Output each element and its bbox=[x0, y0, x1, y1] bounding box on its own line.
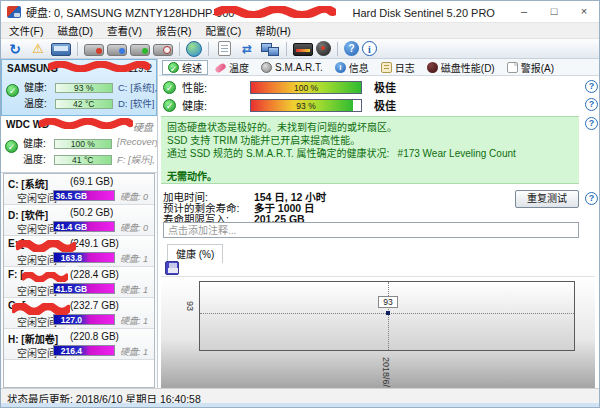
network-globe-icon[interactable] bbox=[186, 41, 202, 57]
help-icon[interactable] bbox=[344, 41, 359, 56]
menu-config[interactable]: 配置(C) bbox=[206, 23, 242, 38]
toolbar bbox=[1, 39, 599, 59]
toolbar-separator bbox=[337, 42, 338, 56]
report-document-icon[interactable] bbox=[218, 41, 231, 56]
disk-partitions-1: C: [系统], bbox=[118, 80, 158, 94]
minimize-button[interactable]: – bbox=[509, 1, 539, 23]
disk-ok-icon bbox=[6, 84, 19, 97]
tab-disk-performance[interactable]: 磁盘性能(D) bbox=[422, 60, 500, 75]
information-icon bbox=[335, 62, 346, 73]
problem-report-icon[interactable] bbox=[28, 41, 48, 57]
status-message-line: SSD 支持 TRIM 功能并已开启来提高性能。 bbox=[167, 134, 573, 147]
tab-alerts[interactable]: 警报(A) bbox=[502, 60, 559, 75]
network-computers-icon[interactable] bbox=[260, 41, 280, 57]
partition-disk-index: 硬盘: 1 bbox=[120, 252, 148, 265]
alert-page-icon bbox=[507, 62, 518, 73]
help-question-icon[interactable]: ? bbox=[585, 98, 598, 111]
health-gauge: 93 % bbox=[55, 83, 113, 93]
health-value: 93 % bbox=[251, 100, 361, 111]
overview-panel: 综述 温度 S.M.A.R.T. 信息 日志 磁盘性能(D) 警报(A) 性能:… bbox=[159, 59, 600, 390]
remove-disk-icon[interactable] bbox=[107, 44, 127, 56]
app-icon bbox=[7, 6, 21, 18]
free-space-bar: 127.0 GB bbox=[53, 314, 115, 325]
menu-help[interactable]: 帮助(H) bbox=[255, 23, 291, 38]
tab-label: 信息 bbox=[349, 60, 369, 75]
tab-temperature[interactable]: 温度 bbox=[210, 60, 254, 75]
tab-label: 综述 bbox=[182, 60, 202, 75]
partition-size: (232.7 GB) bbox=[70, 300, 119, 311]
partition-size: (220.8 GB) bbox=[70, 331, 119, 342]
disk-ok-icon bbox=[5, 140, 18, 153]
health-status: 极佳 bbox=[374, 97, 396, 113]
refresh-icon[interactable] bbox=[5, 41, 25, 57]
detect-disk-icon[interactable] bbox=[84, 44, 104, 56]
chart-plot-area: 93 bbox=[199, 281, 575, 351]
performance-monitor-icon[interactable] bbox=[293, 43, 313, 56]
partition-disk-index: 硬盘: 0 bbox=[120, 221, 148, 234]
free-space-value: 36.5 GB bbox=[54, 191, 89, 201]
free-space-bar: 41.5 GB bbox=[53, 283, 115, 294]
menu-report[interactable]: 报告(R) bbox=[156, 23, 192, 38]
performance-label: 性能: bbox=[182, 79, 246, 95]
performance-row: 性能: 100 % 极佳 bbox=[163, 80, 396, 94]
save-chart-icon[interactable] bbox=[165, 261, 179, 275]
tab-label: 日志 bbox=[395, 60, 415, 75]
free-space-value: 41.4 GB bbox=[54, 222, 89, 232]
disk-partitions-2: D: [软件] bbox=[118, 96, 158, 110]
tab-label: S.M.A.R.T. bbox=[275, 62, 323, 73]
chart-data-point bbox=[386, 311, 390, 315]
tab-information[interactable]: 信息 bbox=[330, 60, 374, 75]
free-space-label: 空闲空间 bbox=[17, 221, 57, 236]
temp-gauge: 42 °C bbox=[55, 99, 113, 109]
partition-disk-index: 硬盘: 1 bbox=[120, 314, 148, 327]
acoustic-icon[interactable] bbox=[316, 41, 331, 56]
help-question-icon[interactable]: ? bbox=[585, 192, 598, 205]
menu-view[interactable]: 查看(V) bbox=[107, 23, 142, 38]
partition-disk-index: 硬盘: 1 bbox=[120, 345, 148, 358]
free-space-label: 空闲空间 bbox=[17, 314, 57, 329]
redaction-scribble-e bbox=[16, 240, 76, 252]
sync-icon[interactable] bbox=[237, 41, 257, 57]
tab-label: 温度 bbox=[229, 60, 249, 75]
display-icon[interactable] bbox=[51, 43, 71, 56]
status-message-action: 无需动作。 bbox=[167, 170, 573, 183]
status-message-box: 固态硬盘状态是极好的。未找到有问题的或坏扇区。 SSD 支持 TRIM 功能并已… bbox=[161, 116, 579, 184]
performance-status: 极佳 bbox=[374, 79, 396, 95]
tab-smart[interactable]: S.M.A.R.T. bbox=[256, 60, 328, 75]
partition-row-h[interactable]: H: [新加卷] (220.8 GB) 空闲空间 216.4 GB 硬盘: 1 bbox=[4, 329, 154, 360]
menu-disk[interactable]: 磁盘(D) bbox=[57, 23, 93, 38]
overview-tab-icon bbox=[168, 62, 179, 73]
partition-size: (249.1 GB) bbox=[70, 238, 119, 249]
tab-overview[interactable]: 综述 bbox=[162, 60, 208, 75]
info-icon[interactable] bbox=[362, 41, 377, 56]
window-bottom-edge bbox=[1, 403, 599, 407]
comment-input[interactable] bbox=[163, 222, 579, 238]
window-title-model: 硬盘: 0, SAMSUNG MZNTY128HDHP-000 bbox=[26, 7, 234, 19]
health-gauge: 100 % bbox=[54, 139, 112, 149]
partition-row-d[interactable]: D: [软件] (50.2 GB) 空闲空间 41.4 GB 硬盘: 0 bbox=[4, 205, 154, 236]
partition-size: (228.4 GB) bbox=[70, 269, 119, 280]
ok-icon bbox=[163, 99, 176, 112]
partition-row-c[interactable]: C: [系统] (69.1 GB) 空闲空间 36.5 GB 硬盘: 0 bbox=[4, 174, 154, 205]
redaction-scribble-disk2 bbox=[39, 118, 133, 129]
search-disk-icon[interactable] bbox=[153, 44, 173, 56]
menu-file[interactable]: 文件(F) bbox=[9, 23, 43, 38]
close-button[interactable]: × bbox=[569, 1, 599, 23]
toolbar-separator bbox=[77, 42, 78, 56]
partition-size: (69.1 GB) bbox=[70, 176, 113, 187]
maximize-button[interactable]: □ bbox=[539, 1, 569, 23]
ok-icon bbox=[163, 81, 176, 94]
add-disk-icon[interactable] bbox=[130, 44, 150, 56]
status-message-line: 通过 SSD 规范的 S.M.A.R.T. 属性确定的健康状况: #173 We… bbox=[167, 147, 573, 160]
window-controls: – □ × bbox=[509, 1, 599, 23]
help-question-icon[interactable]: ? bbox=[585, 117, 598, 130]
temp-label: 温度: bbox=[24, 95, 52, 110]
tab-log[interactable]: 日志 bbox=[376, 60, 420, 75]
chart-y-tick: 93 bbox=[185, 301, 195, 311]
disk-partitions-2: F: [娱乐], G: [ bbox=[117, 152, 157, 166]
help-question-icon[interactable]: ? bbox=[585, 80, 598, 93]
retest-button[interactable]: 重复测试 bbox=[515, 190, 579, 208]
toolbar-separator bbox=[208, 42, 209, 56]
health-label: 健康: bbox=[182, 97, 246, 113]
chart-point-label: 93 bbox=[378, 296, 398, 308]
